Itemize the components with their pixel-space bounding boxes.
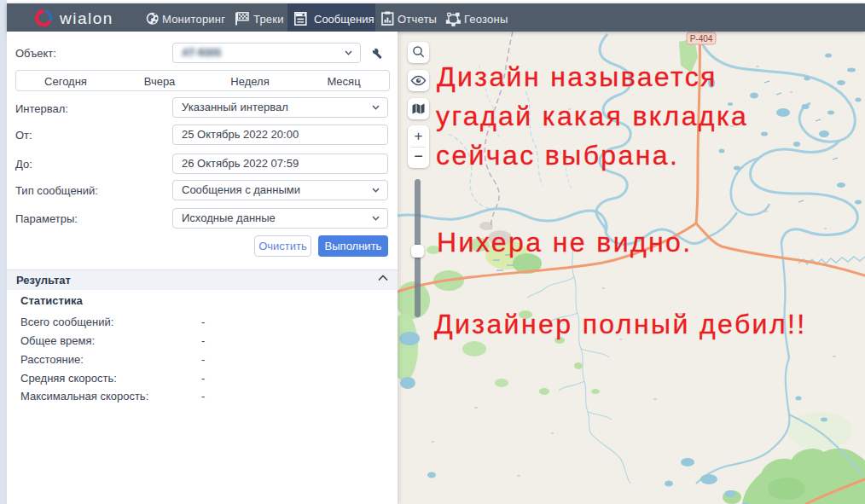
- svg-text:Р-404: Р-404: [690, 34, 713, 43]
